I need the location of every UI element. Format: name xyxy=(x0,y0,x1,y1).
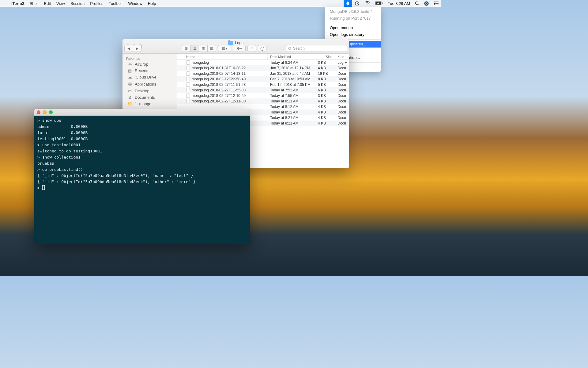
svg-point-14 xyxy=(288,47,291,49)
view-list[interactable]: ≣ xyxy=(190,45,199,52)
file-size: 5 KB xyxy=(318,82,335,87)
table-row[interactable]: mongo.log.2018-02-12T22-58-40Feb 7, 2018… xyxy=(177,76,349,82)
table-row[interactable]: mongo.log.2018-01-31T10-38-22Jan 7, 2018… xyxy=(177,65,349,71)
apps-icon: Ⓐ xyxy=(127,81,132,87)
col-size[interactable]: Size xyxy=(318,54,335,59)
desktop-icon: ▭ xyxy=(127,89,132,93)
col-name[interactable]: Name⌃ xyxy=(177,54,268,59)
table-row[interactable]: mongo.log.2018-02-27T11-55-03Today at 7:… xyxy=(177,87,349,93)
table-row[interactable]: mongo.log.2018-02-27T12-10-59Today at 7:… xyxy=(177,93,349,98)
close-icon[interactable] xyxy=(37,110,40,114)
sidebar-label: Favorites xyxy=(123,56,177,61)
recents-icon: ▤ xyxy=(127,68,132,73)
action-button[interactable]: ⚙▾ xyxy=(233,45,246,52)
col-date[interactable]: Date Modified xyxy=(268,54,318,59)
menubar-item-session[interactable]: Session xyxy=(68,1,87,6)
file-size: 4 KB xyxy=(318,116,335,120)
view-columns[interactable]: ▥ xyxy=(199,45,208,52)
file-kind: Docu xyxy=(335,110,349,114)
column-headers[interactable]: Name⌃ Date Modified Size Kind xyxy=(177,54,349,60)
traffic-lights[interactable] xyxy=(34,110,55,114)
battery-icon[interactable] xyxy=(372,0,385,7)
minimize-icon[interactable] xyxy=(43,110,47,114)
sidebar-item-applications[interactable]: ⒶApplications xyxy=(123,80,177,88)
mongodb-menubar-icon[interactable] xyxy=(344,0,352,7)
zoom-icon[interactable] xyxy=(49,110,53,114)
svg-point-1 xyxy=(367,5,368,5)
tags-button[interactable]: ◯ xyxy=(258,45,266,52)
view-icons[interactable]: ⊞ xyxy=(182,45,190,52)
file-kind: Docu xyxy=(335,105,349,109)
back-button[interactable]: ◀ xyxy=(124,45,133,52)
search-input[interactable]: Search xyxy=(286,45,347,52)
share-button[interactable]: ⍐ xyxy=(247,45,256,52)
document-icon xyxy=(186,82,190,87)
sidebar-item-label: 1. mongo xyxy=(135,102,151,106)
file-size: 4 KB xyxy=(318,110,335,114)
menu-open-logs[interactable]: Open logs directory xyxy=(325,31,381,38)
sidebar-item-label: Desktop xyxy=(135,89,149,93)
notification-center-icon[interactable] xyxy=(431,0,441,7)
file-kind: Docu xyxy=(335,94,349,98)
file-date: Today at 7:52 AM xyxy=(268,88,318,92)
sidebar-item-icloud-drive[interactable]: ☁iCloud Drive xyxy=(123,74,177,80)
file-kind: Docu xyxy=(335,116,349,120)
terminal-window: > show dbs admin 0.000GB local 0.000GB t… xyxy=(34,109,250,244)
terminal-content[interactable]: > show dbs admin 0.000GB local 0.000GB t… xyxy=(34,116,250,193)
file-kind: Docu xyxy=(335,99,349,103)
menubar-item-edit[interactable]: Edit xyxy=(41,1,54,6)
menubar-item-profiles[interactable]: Profiles xyxy=(87,1,106,6)
terminal-titlebar[interactable] xyxy=(34,109,250,116)
file-size: 6 KB xyxy=(318,88,335,92)
timemachine-icon[interactable] xyxy=(352,0,362,7)
sidebar-item-documents[interactable]: 🗎Documents xyxy=(123,94,177,101)
sidebar-item-1-mongo[interactable]: 📁1. mongo xyxy=(123,101,177,107)
col-kind[interactable]: Kind xyxy=(335,54,349,59)
forward-button[interactable]: ▶ xyxy=(133,45,141,52)
sidebar-item-label: Applications xyxy=(135,82,156,86)
file-date: Today at 8:24 AM xyxy=(268,60,318,65)
arrange-button[interactable]: ▦▾ xyxy=(218,45,231,52)
document-icon xyxy=(186,66,190,70)
menubar-item-shell[interactable]: Shell xyxy=(27,1,41,6)
file-date: Jan 31, 2018 at 6:42 AM xyxy=(268,71,318,76)
file-size: 4 KB xyxy=(318,121,335,125)
menubar-item-view[interactable]: View xyxy=(54,1,68,6)
sidebar-item-recents[interactable]: ▤Recents xyxy=(123,67,177,74)
file-size: 3 KB xyxy=(318,60,335,65)
sidebar-item-label: Recents xyxy=(135,68,149,73)
docs-icon: 🗎 xyxy=(127,95,132,100)
menubar-app[interactable]: iTerm2 xyxy=(9,1,27,6)
table-row[interactable]: mongo.log.2018-02-27T12-11-30Today at 8:… xyxy=(177,98,349,104)
menubar-item-toolbelt[interactable]: Toolbelt xyxy=(106,1,126,6)
dropdown-header: MongoDB v3.6.3-build.4 xyxy=(325,8,381,15)
file-kind: Docu xyxy=(335,121,349,125)
menubar-item-help[interactable]: Help xyxy=(145,1,159,6)
table-row[interactable]: mongo.log.2018-02-07T14-13-11Jan 31, 201… xyxy=(177,71,349,76)
file-date: Feb 12, 2018 at 7:05 PM xyxy=(268,82,318,87)
folder-icon: 📁 xyxy=(127,102,132,106)
siri-icon[interactable] xyxy=(422,0,431,7)
separator xyxy=(325,23,381,23)
menubar-item-window[interactable]: Window xyxy=(125,1,145,6)
spotlight-icon[interactable] xyxy=(413,0,422,7)
file-name: mongo.log.2018-02-27T12-11-30 xyxy=(192,99,246,103)
file-size: 4 KB xyxy=(318,99,335,103)
file-kind: Docu xyxy=(335,66,349,70)
sidebar-item-airdrop[interactable]: ◎AirDrop xyxy=(123,61,177,67)
file-date: Today at 8:21 AM xyxy=(268,116,318,120)
menubar-clock[interactable]: Tue 8:29 AM xyxy=(385,0,413,7)
file-size: 3 KB xyxy=(318,94,335,98)
wifi-icon[interactable] xyxy=(362,0,372,7)
view-gallery[interactable]: ▦ xyxy=(208,45,216,52)
sidebar-item-desktop[interactable]: ▭Desktop xyxy=(123,88,177,94)
sort-asc-icon: ⌃ xyxy=(263,55,266,58)
file-date: Today at 8:12 AM xyxy=(268,105,318,109)
menu-open-mongo[interactable]: Open mongo xyxy=(325,25,381,31)
file-name: mongo.log.2018-02-12T22-58-40 xyxy=(192,77,246,81)
table-row[interactable]: mongo.logToday at 8:24 AM3 KBLog F xyxy=(177,60,349,65)
table-row[interactable]: mongo.log.2018-02-27T11-51-23Feb 12, 201… xyxy=(177,82,349,87)
finder-titlebar[interactable]: Logs ◀ ▶ ⊞ ≣ ▥ ▦ ▦▾ ⚙▾ ⍐ ◯ Search xyxy=(123,39,349,54)
document-icon xyxy=(186,99,190,103)
file-size: 19 KB xyxy=(318,71,335,76)
